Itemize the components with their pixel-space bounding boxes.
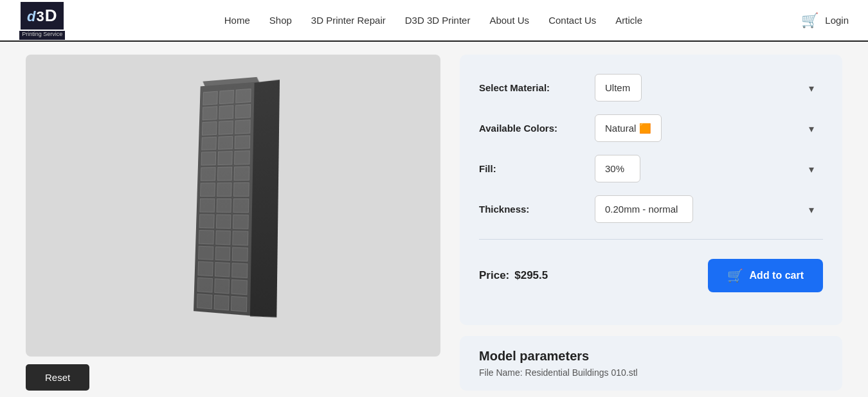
color-select-wrapper: Natural 🟧 [595, 114, 823, 142]
price-label: Price: [479, 269, 509, 282]
window-cell [234, 135, 249, 149]
3d-model [194, 81, 273, 317]
window-cell [197, 278, 212, 293]
thickness-select-wrapper: 0.10mm - fine0.15mm - medium0.20mm - nor… [595, 195, 823, 223]
window-cell [233, 215, 249, 229]
divider [479, 239, 823, 240]
nav-item-shop[interactable]: Shop [269, 15, 292, 26]
building-front [194, 82, 255, 316]
window-cell [198, 230, 213, 244]
window-cell [213, 295, 230, 310]
window-cell [232, 247, 248, 261]
model-canvas [26, 55, 440, 357]
nav-item-3d-printer-repair[interactable]: 3D Printer Repair [311, 15, 386, 26]
price-group: Price: $295.5 [479, 269, 548, 282]
color-label: Available Colors: [479, 123, 582, 134]
logo-text: d3D [19, 1, 65, 31]
window-cell [198, 245, 213, 260]
window-cell [219, 105, 234, 119]
logo[interactable]: d3D Printing Service [19, 1, 65, 40]
window-cell [231, 279, 247, 295]
window-cell [202, 106, 217, 120]
main-content: Reset Select Material: UltemPLAABSPETGNy… [0, 42, 868, 397]
window-cell [214, 262, 230, 278]
window-cell [215, 215, 231, 229]
product-options-panel: Select Material: UltemPLAABSPETGNylon Av… [460, 55, 842, 325]
window-cell [233, 166, 249, 181]
fill-select-wrapper: 10%20%30%40%50%100% [595, 155, 823, 182]
main-nav: HomeShop3D Printer RepairD3D 3D PrinterA… [224, 15, 642, 26]
file-name-label: File Name: [479, 367, 523, 378]
window-cell [200, 183, 215, 197]
window-cell [201, 136, 216, 150]
add-to-cart-label: Add to cart [750, 270, 804, 281]
fill-select[interactable]: 10%20%30%40%50%100% [595, 155, 640, 182]
price-row: Price: $295.5 🛒 Add to cart [479, 259, 823, 292]
window-cell [199, 214, 214, 228]
window-cell [233, 198, 249, 213]
window-cell [231, 296, 247, 312]
thickness-row: Thickness: 0.10mm - fine0.15mm - medium0… [479, 195, 823, 223]
nav-item-d3d-3d-printer[interactable]: D3D 3D Printer [405, 15, 471, 26]
fill-label: Fill: [479, 163, 582, 174]
window-cell [216, 198, 231, 213]
material-label: Select Material: [479, 82, 582, 93]
window-grid [196, 89, 251, 312]
fill-row: Fill: 10%20%30%40%50%100% [479, 155, 823, 182]
window-cell [199, 198, 215, 213]
file-name-value: Residential Buildings 010.stl [525, 367, 638, 378]
window-cell [231, 263, 248, 279]
window-cell [216, 182, 231, 197]
model-params-panel: Model parameters File Name: Residential … [460, 336, 842, 391]
material-select-wrapper: UltemPLAABSPETGNylon [595, 74, 823, 101]
window-cell [215, 230, 230, 245]
window-cell [233, 182, 249, 197]
window-cell [213, 279, 230, 294]
cart-button-icon: 🛒 [727, 268, 743, 283]
model-params-filename: File Name: Residential Buildings 010.stl [479, 367, 823, 378]
price-value: $295.5 [514, 269, 548, 282]
window-cell [200, 167, 215, 181]
cart-icon[interactable]: 🛒 [801, 12, 818, 29]
add-to-cart-button[interactable]: 🛒 Add to cart [708, 259, 823, 292]
window-cell [235, 89, 251, 103]
window-cell [196, 294, 212, 309]
header-right: 🛒 Login [801, 12, 849, 29]
color-row: Available Colors: Natural 🟧 [479, 114, 823, 142]
window-cell [203, 91, 217, 105]
window-cell [215, 246, 230, 261]
reset-button[interactable]: Reset [26, 364, 89, 391]
window-cell [201, 152, 215, 166]
window-cell [219, 90, 234, 104]
nav-item-article[interactable]: Article [615, 15, 642, 26]
building-side [249, 80, 279, 317]
header: d3D Printing Service HomeShop3D Printer … [0, 0, 868, 42]
right-column: Select Material: UltemPLAABSPETGNylon Av… [460, 55, 842, 391]
window-cell [197, 261, 213, 276]
material-row: Select Material: UltemPLAABSPETGNylon [479, 74, 823, 101]
thickness-label: Thickness: [479, 204, 582, 215]
window-cell [232, 231, 248, 245]
login-link[interactable]: Login [825, 15, 849, 26]
material-select[interactable]: UltemPLAABSPETGNylon [595, 74, 642, 101]
window-cell [217, 167, 232, 181]
window-cell [201, 121, 216, 136]
model-viewer: Reset [26, 55, 440, 391]
thickness-select[interactable]: 0.10mm - fine0.15mm - medium0.20mm - nor… [595, 195, 693, 223]
model-params-title: Model parameters [479, 349, 823, 364]
window-cell [235, 104, 251, 118]
window-cell [218, 120, 233, 134]
nav-item-about-us[interactable]: About Us [489, 15, 529, 26]
window-cell [217, 136, 233, 150]
nav-item-contact-us[interactable]: Contact Us [548, 15, 596, 26]
window-cell [235, 119, 250, 134]
window-cell [217, 151, 233, 165]
logo-sub: Printing Service [19, 31, 65, 40]
nav-item-home[interactable]: Home [224, 15, 250, 26]
color-select[interactable]: Natural 🟧 [595, 114, 662, 142]
window-cell [234, 151, 249, 165]
